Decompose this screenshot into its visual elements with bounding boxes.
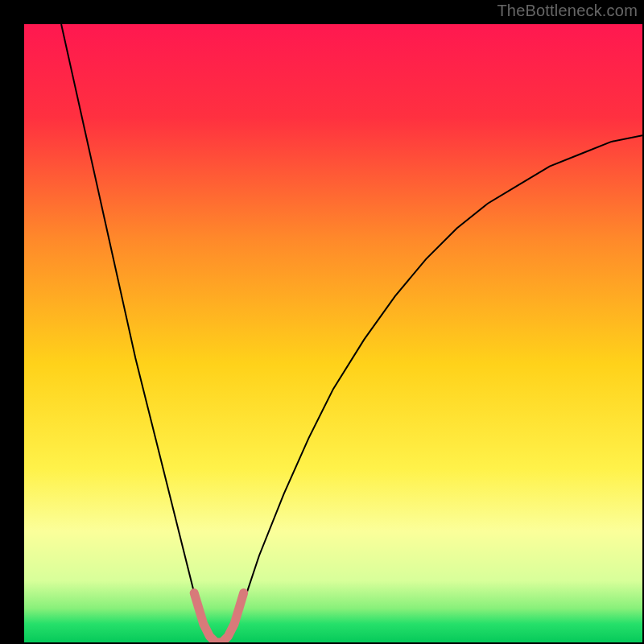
gradient-background bbox=[24, 24, 642, 642]
chart-frame: TheBottleneck.com bbox=[0, 0, 644, 644]
bottleneck-chart bbox=[24, 24, 642, 642]
watermark-text: TheBottleneck.com bbox=[497, 2, 638, 20]
plot-area bbox=[24, 24, 642, 642]
